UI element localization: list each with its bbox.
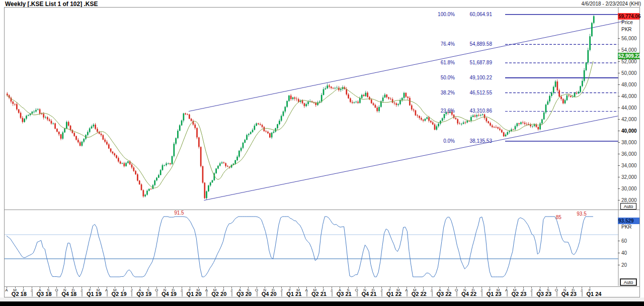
quarter-label: Q3 19 [136,291,151,297]
indicator-canvas[interactable]: 91.58593.5 [5,210,639,286]
quarter-separator [281,290,282,296]
quarter-label: Q3 20 [236,291,252,297]
moving-average-line [7,61,593,188]
charting-app-window: Weekly [.KSE List 1 of 102] .KSE 4/6/201… [0,0,644,306]
trend-channel-lower [204,116,618,200]
bottom-black-bar [0,301,644,306]
quarter-separator [456,290,457,296]
indicator-value-tag: 93.529 [618,218,639,224]
quarter-label: Q4 21 [361,291,376,297]
quarter-separator [32,290,33,296]
quarter-label: Q2 18 [12,291,27,297]
oscillator-peak-label: 93.5 [577,211,587,217]
indicator-auto-scale-button[interactable]: Auto [620,279,636,285]
price-tick [618,119,620,120]
quarter-label: Q4 18 [61,291,76,297]
price-tick [618,84,620,85]
price-tick [618,108,620,108]
indicator-axis[interactable]: PKR 93.529 604020 [618,210,639,286]
quarter-separator [182,290,183,296]
price-tick [618,61,620,62]
price-axis[interactable]: Price PKR 59,774.06 52,909.22 56,00054,0… [618,8,639,210]
price-tick-label: 40,000 [621,128,637,134]
price-tick-label: 28,000 [621,197,637,203]
quarter-label: Q2 23 [511,291,526,297]
oscillator-peak-label: 85 [556,215,562,220]
price-tick [618,188,620,189]
indicator-tick [618,241,620,241]
indicator-tick [618,265,620,265]
price-tick [618,200,620,200]
quarter-separator [82,290,83,296]
price-tick-label: 38,000 [621,140,637,145]
main-auto-scale-button[interactable]: Auto [620,203,636,210]
price-tick [618,177,620,177]
quarter-label: Q1 22 [386,291,401,297]
indicator-tick [618,253,620,253]
quarter-separator [507,290,508,296]
axis-currency-label: PKR [621,27,632,32]
quarter-label: Q1 20 [187,291,202,297]
quarter-label: Q1 24 [586,291,601,297]
quarter-label: Q2 21 [311,291,327,297]
quarter-separator [481,290,482,296]
quarter-label: Q4 23 [561,291,577,297]
quarter-label: Q3 22 [436,291,451,297]
price-tick [618,142,620,143]
price-tick-label: 30,000 [621,186,637,191]
price-tick [618,96,620,96]
quarter-separator [306,290,307,296]
price-chart-canvas[interactable] [5,8,639,210]
quarter-label: Q3 18 [37,291,52,297]
price-tick [618,50,620,50]
oscillator-peak-label: 91.5 [174,210,184,216]
month-label: A [5,288,8,292]
price-tick-label: 46,000 [621,93,637,99]
price-tick-label: 34,000 [621,163,637,168]
quarter-separator [332,290,333,296]
price-tick-label: 42,000 [621,117,637,122]
quarter-label: Q2 20 [211,291,226,297]
title-bar: Weekly [.KSE List 1 of 102] .KSE 4/6/201… [0,0,644,7]
indicator-tick-label: 40 [621,250,627,256]
trend-channel-upper [189,21,624,111]
price-tick-label: 44,000 [621,105,637,111]
quarter-label: Q1 23 [487,291,502,297]
price-tick [618,131,620,131]
candlestick-layer [7,15,595,199]
quarter-separator [131,290,132,296]
quarter-label: Q3 23 [536,291,551,297]
quarter-separator [381,290,382,296]
price-tick-label: 32,000 [621,174,637,180]
price-tick [618,73,620,73]
time-axis[interactable]: AMJJASONDJFMAMJJASONDJFMAMJJASONDJFMAMJJ… [4,287,640,297]
price-tick [618,165,620,166]
price-tick [618,154,620,154]
last-price-tag: 59,774.06 [618,13,639,20]
indicator-tick-label: 20 [621,262,627,268]
quarter-label: Q2 19 [112,291,127,297]
quarter-separator [257,290,258,296]
price-tick-label: 48,000 [621,82,637,87]
quarter-separator [231,290,232,296]
date-range-label: 4/6/2018 - 2/23/2024 (KHI) [582,1,641,7]
indicator-tick-label: 60 [621,238,627,244]
quarter-label: Q2 22 [412,291,427,297]
indicator-currency-label: PKR [621,224,632,230]
quarter-separator [582,290,583,296]
quarter-separator [156,290,157,296]
axis-price-label: Price [621,20,633,25]
quarter-label: Q1 21 [286,291,301,297]
price-tick-label: 50,000 [621,70,637,76]
bottom-margin-strip [0,297,644,301]
price-tick-label: 52,000 [621,59,637,64]
quarter-label: Q4 19 [162,291,177,297]
quarter-separator [107,290,108,296]
price-tick-label: 54,000 [621,47,637,53]
quarter-label: Q4 20 [262,291,277,297]
quarter-label: Q1 19 [87,291,102,297]
quarter-separator [432,290,433,296]
quarter-label: Q4 22 [461,291,476,297]
page-title: Weekly [.KSE List 1 of 102] .KSE [5,1,98,8]
indicator-panel: 91.58593.5 PKR 93.529 604020 Auto [4,210,640,287]
